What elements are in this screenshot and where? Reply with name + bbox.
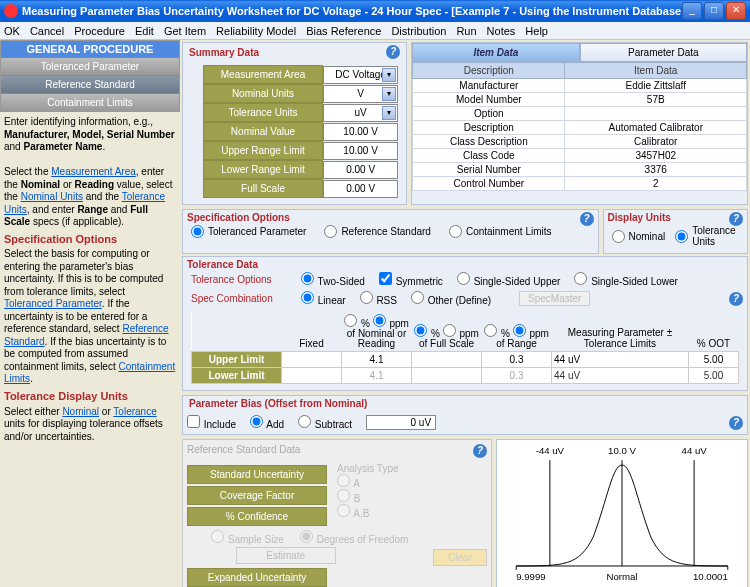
help-icon[interactable]: ? — [729, 292, 743, 306]
help-icon[interactable]: ? — [729, 212, 743, 226]
menu-edit[interactable]: Edit — [135, 25, 154, 37]
summary-value[interactable]: 0.00 V — [323, 161, 398, 179]
radio-sslower[interactable]: Single-Sided Lower — [574, 272, 678, 287]
link-nominal-units[interactable]: Nominal Units — [21, 191, 83, 202]
menu-distribution[interactable]: Distribution — [391, 25, 446, 37]
check-symmetric[interactable]: Symmetric — [379, 272, 443, 287]
tolerancedata-header: Tolerance Data — [187, 259, 258, 270]
summary-value[interactable]: uV▾ — [323, 104, 398, 122]
menu-help[interactable]: Help — [525, 25, 548, 37]
menu-cancel[interactable]: Cancel — [30, 25, 64, 37]
link-measurement-area[interactable]: Measurement Area — [51, 166, 136, 177]
summary-label[interactable]: Tolerance Units — [203, 103, 323, 122]
svg-text:9.9999: 9.9999 — [516, 571, 545, 582]
proc-containment-limits[interactable]: Containment Limits — [1, 93, 179, 111]
menu-biasref[interactable]: Bias Reference — [306, 25, 381, 37]
summary-label[interactable]: Upper Range Limit — [203, 141, 323, 160]
link-tol-param[interactable]: Toleranced Parameter — [4, 298, 102, 309]
radio-nominal[interactable]: Nominal — [612, 230, 666, 243]
specopts-header: Specification Options — [187, 212, 290, 223]
btn-estimate: Estimate — [236, 547, 336, 564]
proc-toleranced-parameter[interactable]: Toleranced Parameter — [1, 57, 179, 75]
bias-header: Parameter Bias (Offset from Nominal) — [189, 398, 367, 409]
itemdata-value[interactable]: Eddie Zittslaff — [565, 79, 747, 93]
menu-run[interactable]: Run — [456, 25, 476, 37]
itemdata-value[interactable]: 57B — [565, 93, 747, 107]
itemdata-value[interactable]: Automated Calibrator — [565, 121, 747, 135]
btn-confidence[interactable]: % Confidence — [187, 507, 327, 526]
minimize-button[interactable]: _ — [682, 2, 702, 20]
close-button[interactable]: ✕ — [726, 2, 746, 20]
ul-fs[interactable] — [412, 352, 482, 368]
radio-other[interactable]: Other (Define) — [411, 291, 491, 306]
ll-oot: 5.00 — [689, 368, 739, 384]
ul-nom[interactable]: 4.1 — [342, 352, 412, 368]
ll-fixed — [282, 368, 342, 384]
menu-procedure[interactable]: Procedure — [74, 25, 125, 37]
link-tolerance[interactable]: Tolerance — [113, 406, 156, 417]
summary-label[interactable]: Full Scale — [203, 179, 323, 198]
summary-value[interactable]: V▾ — [323, 85, 398, 103]
itemdata-th-desc: Description — [413, 63, 565, 79]
radio-ssupper[interactable]: Single-Sided Upper — [457, 272, 561, 287]
menu-reliability[interactable]: Reliability Model — [216, 25, 296, 37]
bias-value[interactable]: 0 uV — [366, 415, 436, 430]
radio-tolunits[interactable]: Tolerance Units — [675, 225, 735, 247]
ul-rng[interactable]: 0.3 — [482, 352, 552, 368]
btn-expanded[interactable]: Expanded Uncertainty — [187, 568, 327, 587]
radio-add[interactable]: Add — [250, 415, 284, 430]
radio-subtract[interactable]: Subtract — [298, 415, 352, 430]
itemdata-value[interactable]: Calibrator — [565, 135, 747, 149]
summary-value[interactable]: DC Voltage▾ — [323, 66, 398, 84]
summary-value[interactable]: 0.00 V — [323, 180, 398, 198]
check-include[interactable]: Include — [187, 415, 236, 430]
titlebar: Measuring Parameter Bias Uncertainty Wor… — [0, 0, 750, 22]
itemdata-value[interactable]: 3376 — [565, 163, 747, 177]
help-icon[interactable]: ? — [580, 212, 594, 226]
lower-limit-label: Lower Limit — [192, 368, 282, 384]
link-nominal[interactable]: Nominal — [62, 406, 99, 417]
menu-getitem[interactable]: Get Item — [164, 25, 206, 37]
tab-item-data[interactable]: Item Data — [412, 43, 579, 62]
dropdown-icon[interactable]: ▾ — [382, 87, 396, 101]
radio-twosided[interactable]: Two-Sided — [301, 272, 365, 287]
itemdata-desc: Control Number — [413, 177, 565, 191]
window-title: Measuring Parameter Bias Uncertainty Wor… — [22, 5, 682, 17]
menu-notes[interactable]: Notes — [487, 25, 516, 37]
itemdata-th-data: Item Data — [565, 63, 747, 79]
radio-linear[interactable]: Linear — [301, 291, 346, 306]
radio-rss[interactable]: RSS — [360, 291, 397, 306]
radio-refstd[interactable]: Reference Standard — [324, 225, 431, 238]
itemdata-value[interactable]: 2 — [565, 177, 747, 191]
itemdata-value[interactable]: 3457H02 — [565, 149, 747, 163]
summary-label[interactable]: Nominal Units — [203, 84, 323, 103]
itemdata-desc: Class Description — [413, 135, 565, 149]
dropdown-icon[interactable]: ▾ — [382, 106, 396, 120]
itemdata-value[interactable] — [565, 107, 747, 121]
summary-value[interactable]: 10.00 V — [323, 123, 398, 141]
ul-fixed[interactable] — [282, 352, 342, 368]
summary-label[interactable]: Measurement Area — [203, 65, 323, 84]
help-icon[interactable]: ? — [386, 45, 400, 59]
proc-reference-standard[interactable]: Reference Standard — [1, 75, 179, 93]
dispunits-header: Display Units — [608, 212, 671, 223]
specmaster-button: SpecMaster — [519, 291, 590, 306]
help-icon[interactable]: ? — [729, 416, 743, 430]
menu-ok[interactable]: OK — [4, 25, 20, 37]
summary-label[interactable]: Lower Range Limit — [203, 160, 323, 179]
btn-std-uncertainty[interactable]: Standard Uncertainty — [187, 465, 327, 484]
btn-coverage[interactable]: Coverage Factor — [187, 486, 327, 505]
tolerance-table: Fixed % ppmof Nominal or Reading % ppmof… — [191, 312, 739, 384]
dropdown-icon[interactable]: ▾ — [382, 68, 396, 82]
itemdata-desc: Class Code — [413, 149, 565, 163]
ul-oot[interactable]: 5.00 — [689, 352, 739, 368]
maximize-button[interactable]: □ — [704, 2, 724, 20]
radio-tolparam[interactable]: Toleranced Parameter — [191, 225, 306, 238]
help-icon[interactable]: ? — [473, 444, 487, 458]
summary-value[interactable]: 10.00 V — [323, 142, 398, 160]
ul-meas: 44 uV — [552, 352, 689, 368]
radio-containment[interactable]: Containment Limits — [449, 225, 552, 238]
ll-meas: 44 uV — [552, 368, 689, 384]
tab-parameter-data[interactable]: Parameter Data — [580, 43, 747, 62]
summary-label[interactable]: Nominal Value — [203, 122, 323, 141]
